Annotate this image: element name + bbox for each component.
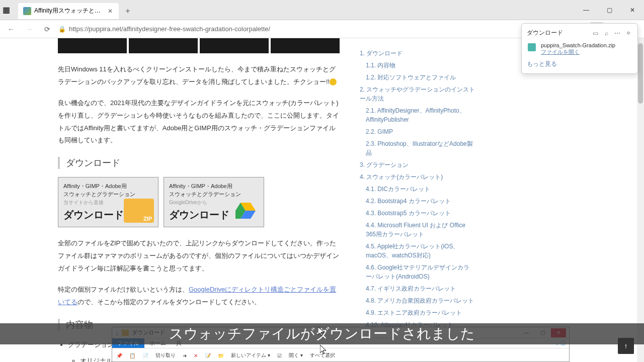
paste-tool-icon[interactable]: 📄 [142,353,148,358]
toc-link[interactable]: 4.7. イギリス政府カラーパレット [360,283,475,295]
downloads-panel: ダウンロード ▭ ⌕ ⋯ ✧ puppira_Swatch-Gradation.… [521,23,638,74]
toc-link[interactable]: 4.1. DICカラーパレット [360,183,475,195]
toc-link[interactable]: 4.6. Google社マテリアルデザインカラーパレット(AndroidOS) [360,261,475,283]
toc-link[interactable]: 3. グラデーション [360,159,475,171]
move-icon[interactable]: ➜ [183,353,187,358]
hero-image [58,38,127,53]
toc-link[interactable]: 4.2. Bootstrap4 カラーパレット [360,195,475,207]
browser-tab[interactable]: Affinity用スウォッチとグラデーションの ✕ [18,3,119,19]
back-to-top-button[interactable]: ↑ [618,338,634,354]
hero-image [271,38,340,53]
caption-text: スウォッチファイルがダウンロードされました [169,324,475,343]
google-drive-icon [231,199,260,223]
see-more-link[interactable]: もっと見る [527,60,632,68]
toc-link[interactable]: 2. スウォッチやグラデーションのインストール方法 [360,83,475,105]
toc-link[interactable]: 4.8. アメリカ合衆国政府カラーパレット [360,295,475,307]
properties-icon[interactable]: ☑ [277,353,282,358]
favicon-icon [23,7,31,15]
hero-image [129,38,198,53]
file-icon [527,42,537,52]
download-zip-button[interactable]: Affinity・GIMP・Adobe用スウォッチとグラデーション 当サイトから… [58,177,158,227]
toc-link[interactable]: 4.5. Apple社カラーパレット(iOS、macOS、watchOS対応) [360,240,475,261]
delete-icon[interactable]: ✕ [194,353,198,358]
paragraph: 先日Windows 11を入れるべくクリーンインストールしたら、今まで積み重ねた… [58,63,340,88]
download-gdrive-button[interactable]: Affinity・GIMP・Adobe用スウォッチとグラデーション Google… [164,177,264,227]
toc-link[interactable]: 1.1. 内容物 [360,59,475,71]
caption-overlay: スウォッチファイルがダウンロードされました [0,323,644,344]
toc-link[interactable]: 1.2. 対応ソフトウェアとファイル [360,71,475,83]
tab-title: Affinity用スウォッチとグラデーションの [34,7,104,15]
address-bar[interactable]: 🔒 https://puppira.net/affinitydesigner-f… [58,25,531,33]
toc-link[interactable]: 4.3. Bootstrap5 カラーパレット [360,207,475,219]
select-all[interactable]: すべて選択 [310,352,335,359]
download-item[interactable]: puppira_Swatch-Gradation.zip ファイルを開く [527,42,632,56]
downloads-title: ダウンロード [527,29,588,37]
download-filename: puppira_Swatch-Gradation.zip [541,42,615,48]
section-heading: ダウンロード [58,157,340,169]
close-window-button[interactable]: ✕ [621,2,644,18]
toc-link[interactable]: 2.1. AffinityDesigner、AffinityPhoto、Affi… [360,105,475,126]
forward-button[interactable]: → [22,22,36,36]
back-button[interactable]: ← [4,22,18,36]
minimize-button[interactable]: — [575,2,598,18]
new-item[interactable]: 新しいアイテム ▾ [231,352,270,359]
tab-actions-icon[interactable]: ▦ [0,4,12,16]
rename-icon[interactable]: 📝 [205,353,211,358]
scrollbar[interactable] [637,38,644,362]
toc-link[interactable]: 4. スウォッチ(カラーパレット) [360,171,475,183]
cut-label[interactable]: 切り取り [155,352,176,358]
paragraph: 特定の個別ファイルだけ欲しいという方は、GoogleDriveにディレクトリ構造… [58,284,340,308]
refresh-button[interactable]: ⟳ [40,22,54,36]
more-icon[interactable]: ⋯ [613,29,621,37]
pin-icon[interactable]: ✧ [624,29,632,37]
copy-tool-icon[interactable]: 📋 [129,353,135,358]
new-tab-button[interactable]: + [121,4,135,18]
url-text: https://puppira.net/affinitydesigner-fre… [69,25,270,33]
open-file-link[interactable]: ファイルを開く [541,48,615,56]
paragraph: 全部のファイルをZIPで固めておいたので、上記リンクからダウンロードしてください… [58,237,340,275]
pin-tool-icon[interactable]: 📌 [116,353,122,358]
new-folder-icon[interactable]: 📁 [218,353,224,358]
folder-icon[interactable]: ▭ [591,29,599,37]
table-of-contents: 1. ダウンロード 1.1. 内容物 1.2. 対応ソフトウェアとファイル 2.… [360,38,475,362]
toc-link[interactable]: 2.3. Photoshop、IllustratorなどAdobe製品 [360,138,475,159]
emoji-icon [330,78,337,85]
svg-rect-3 [528,43,536,51]
scrollbar-thumb[interactable] [638,43,643,104]
article-main: 先日Windows 11を入れるべくクリーンインストールしたら、今まで積み重ねた… [53,38,345,362]
close-icon[interactable]: ✕ [107,8,114,15]
toc-link[interactable]: 1. ダウンロード [360,47,475,59]
paragraph: 良い機会なので、2021年現代の主要なデザインガイドラインを元にスウォッチ(カラ… [58,97,340,147]
search-icon[interactable]: ⌕ [602,29,610,37]
hero-image [200,38,269,53]
toc-link[interactable]: 4.4. Microsoft Fluent UI および Office 365用… [360,219,475,240]
toc-link[interactable]: 4.9. エストニア政府カラーパレット [360,307,475,319]
maximize-button[interactable]: ▢ [598,2,621,18]
toc-link[interactable]: 2.2. GIMP [360,126,475,138]
open-button[interactable]: 開く ▾ [289,352,303,359]
lock-icon: 🔒 [58,26,66,33]
zip-icon [124,199,154,223]
